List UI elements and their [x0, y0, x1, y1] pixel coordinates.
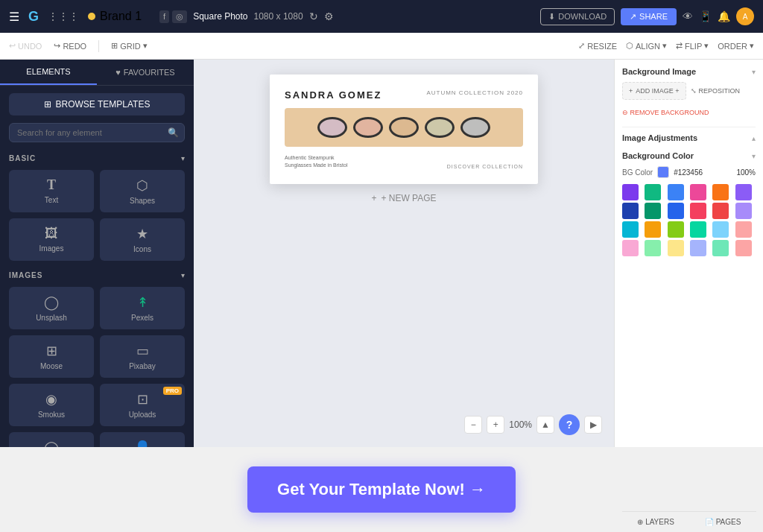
tab-favourites[interactable]: ♥ FAVOURITES [97, 60, 194, 85]
palette-color-swatch[interactable] [690, 184, 706, 200]
avatar[interactable]: A [736, 7, 754, 25]
resize-button[interactable]: ⤢ RESIZE [578, 41, 617, 51]
reposition-button[interactable]: ⤡ REPOSITION [691, 82, 741, 100]
facebook-icon[interactable]: f [159, 10, 169, 23]
palette-color-swatch[interactable] [668, 203, 684, 219]
brand-name: Brand 1 [100, 10, 142, 23]
grid-button[interactable]: ⊞ GRID ▾ [111, 41, 148, 51]
basic-section-title: BASIC [9, 154, 36, 162]
order-button[interactable]: ORDER ▾ [718, 41, 754, 51]
palette-color-swatch[interactable] [668, 240, 684, 256]
hamburger-icon[interactable]: ☰ [9, 10, 19, 24]
palette-color-swatch[interactable] [690, 240, 706, 256]
palette-color-swatch[interactable] [712, 184, 729, 200]
next-page-button[interactable]: ▶ [584, 416, 602, 434]
pexels-icon: ↟ [137, 294, 148, 311]
element-text[interactable]: T Text [9, 170, 94, 212]
palette-color-swatch[interactable] [622, 184, 639, 200]
palette-color-swatch[interactable] [668, 184, 684, 200]
zoom-in-button[interactable]: + [487, 416, 504, 434]
flip-button[interactable]: ⇄ FLIP ▾ [676, 41, 709, 51]
flip-icon: ⇄ [676, 41, 683, 51]
flip-chevron-icon: ▾ [704, 41, 709, 51]
zoom-out-button[interactable]: − [464, 416, 482, 434]
element-icons[interactable]: ★ Icons [100, 218, 185, 261]
canvas-area[interactable]: SANDRA GOMEZ AUTUMN COLLECTION 2020 Auth… [194, 60, 614, 447]
sunglass-1 [317, 117, 347, 138]
sunglass-4 [425, 117, 455, 138]
top-bar-icons: 👁 📱 🔔 A [683, 7, 754, 25]
palette-color-swatch[interactable] [645, 240, 661, 256]
top-bar: ☰ G ⋮⋮⋮ Brand 1 f ◎ Square Photo 1080 x … [0, 0, 763, 33]
palette-color-swatch[interactable] [668, 221, 684, 238]
align-button[interactable]: ⬡ ALIGN ▾ [626, 41, 667, 51]
source-moose[interactable]: ⊞ Moose [9, 335, 94, 378]
source-mockups[interactable]: 👤 Mockups [100, 432, 185, 447]
basic-chevron-icon[interactable]: ▾ [181, 154, 185, 162]
source-unsplash2[interactable]: ◯ Unsplash [9, 432, 94, 447]
bg-color-swatch[interactable] [657, 166, 669, 178]
palette-color-swatch[interactable] [622, 221, 639, 238]
zoom-reset-button[interactable]: ▲ [536, 416, 554, 434]
image-adj-chevron-icon[interactable]: ▴ [752, 134, 756, 142]
palette-color-swatch[interactable] [690, 221, 706, 238]
refresh-icon[interactable]: ↻ [309, 10, 318, 22]
palette-color-swatch[interactable] [645, 221, 661, 238]
undo-button[interactable]: ↩ UNDO [9, 41, 42, 51]
source-pixabay[interactable]: ▭ Pixabay [100, 335, 185, 378]
settings-icon[interactable]: ⚙ [324, 10, 334, 22]
add-image-button[interactable]: + ADD IMAGE + [622, 82, 686, 100]
source-unsplash[interactable]: ◯ Unsplash [9, 287, 94, 329]
palette-color-swatch[interactable] [645, 184, 661, 200]
source-pexels[interactable]: ↟ Pexels [100, 287, 185, 329]
reposition-icon: ⤡ [691, 87, 697, 95]
palette-color-swatch[interactable] [690, 203, 706, 219]
remove-bg-button[interactable]: ⊖ REMOVE BACKGROUND [622, 109, 709, 116]
bg-color-chevron-icon[interactable]: ▾ [752, 152, 756, 160]
grid-icon[interactable]: ⋮⋮⋮ [48, 10, 79, 22]
redo-icon: ↪ [54, 41, 60, 51]
palette-color-swatch[interactable] [622, 203, 639, 219]
bg-image-actions: + ADD IMAGE + ⤡ REPOSITION [622, 82, 756, 100]
palette-color-swatch[interactable] [735, 203, 752, 219]
bg-image-chevron-icon[interactable]: ▾ [752, 68, 756, 76]
palette-color-swatch[interactable] [645, 203, 661, 219]
remove-icon: ⊖ [622, 109, 628, 116]
brand-indicator[interactable]: Brand 1 [88, 10, 142, 23]
share-button[interactable]: ↗ SHARE [621, 8, 677, 25]
bg-color-section: Background Color ▾ BG Color #123456 100% [622, 151, 756, 256]
instagram-icon[interactable]: ◎ [172, 10, 187, 23]
bell-icon[interactable]: 🔔 [718, 10, 730, 22]
source-uploads[interactable]: PRO ⊡ Uploads [100, 384, 185, 426]
pixabay-label: Pixabay [129, 362, 156, 370]
palette-color-swatch[interactable] [735, 184, 752, 200]
palette-color-swatch[interactable] [712, 221, 729, 238]
bg-image-title: Background Image [622, 67, 696, 76]
get-template-button[interactable]: Get Your Template Now! → [247, 466, 516, 513]
images-chevron-icon[interactable]: ▾ [181, 271, 185, 279]
palette-color-swatch[interactable] [735, 240, 752, 256]
download-button[interactable]: ⬇ DOWNLOAD [540, 8, 615, 25]
palette-color-swatch[interactable] [735, 221, 752, 238]
search-input[interactable] [9, 123, 185, 142]
plus-add-icon: + [629, 87, 633, 95]
mobile-icon[interactable]: 📱 [699, 10, 712, 22]
palette-color-swatch[interactable] [622, 240, 639, 256]
help-button[interactable]: ? [559, 414, 580, 435]
browse-templates-button[interactable]: ⊞ BROWSE TEMPLATES [9, 93, 185, 115]
tab-elements[interactable]: ELEMENTS [0, 60, 97, 85]
bg-color-row: BG Color #123456 100% [622, 166, 756, 178]
format-label[interactable]: Square Photo [193, 11, 247, 22]
images-section-header: IMAGES ▾ [0, 267, 194, 284]
template-icon: ⊞ [44, 99, 51, 110]
palette-color-swatch[interactable] [712, 203, 729, 219]
new-page-button[interactable]: + + NEW PAGE [371, 193, 436, 203]
palette-color-swatch[interactable] [712, 240, 729, 256]
images-icon: 🖼 [45, 226, 58, 241]
redo-button[interactable]: ↪ REDO [54, 41, 86, 51]
source-smokus[interactable]: ◉ Smokus [9, 384, 94, 426]
element-shapes[interactable]: ⬡ Shapes [100, 170, 185, 212]
eye-icon[interactable]: 👁 [683, 10, 693, 22]
element-images[interactable]: 🖼 Images [9, 218, 94, 261]
right-panel: Background Image ▾ + ADD IMAGE + ⤡ REPOS… [614, 60, 763, 447]
